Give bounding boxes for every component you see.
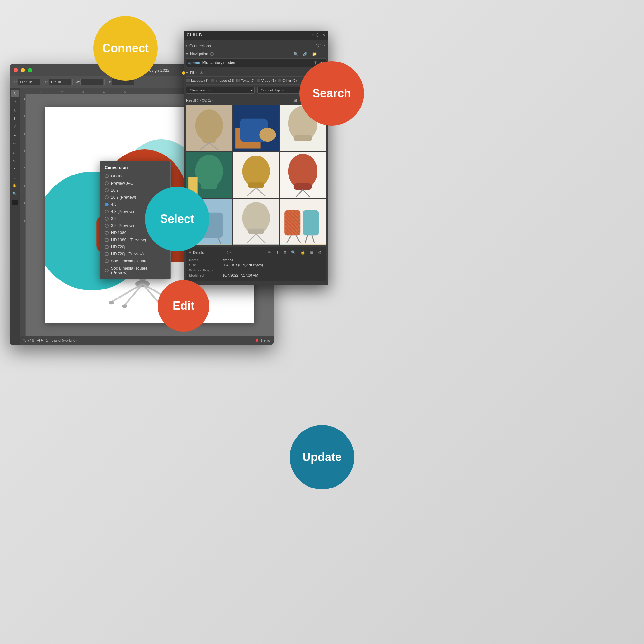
type-tool[interactable]: T — [11, 115, 19, 122]
checkbox-layouts-box[interactable] — [186, 79, 190, 82]
details-header: ▾ Details ⓘ ✏ ⬇ ⬆ 🔍 🔒 🗑 ⚙ — [189, 250, 323, 255]
nav-info: ⓘ — [210, 52, 214, 57]
radio-hd720-preview — [105, 252, 109, 256]
x-input[interactable] — [18, 79, 40, 85]
image-cell-9[interactable] — [280, 199, 326, 245]
checkbox-other[interactable]: Other (2) — [278, 79, 297, 82]
nav-folder-icon[interactable]: 📁 — [311, 51, 318, 57]
details-search-icon[interactable]: 🔍 — [290, 250, 297, 255]
ci-hub-panel: CI HUB ≡ ⬡ ✕ › Connections ⓘ 1 ✓ ▾ Navig… — [184, 31, 328, 285]
radio-hd1080-preview — [105, 238, 109, 242]
thumb-svg-1 — [186, 105, 232, 151]
conv-item-social[interactable]: Social media (square) — [100, 258, 170, 265]
detail-name-val: ampco — [223, 258, 323, 262]
search-input[interactable] — [202, 61, 312, 65]
ruler-vertical: 123456789 — [20, 94, 26, 336]
details-lock-icon[interactable]: 🔒 — [299, 250, 307, 255]
conv-label-4-3-preview: 4:3 (Preview) — [111, 209, 134, 214]
conv-label-3-2-preview: 3:2 (Preview) — [111, 223, 134, 228]
direct-select-tool[interactable]: ↗ — [11, 98, 19, 106]
checkbox-video[interactable]: Video (1) — [257, 79, 276, 82]
detail-dimensions-row: Width x Height — [189, 268, 323, 272]
filter-info: ⓘ — [200, 70, 203, 75]
select-tool[interactable]: ↖ — [11, 90, 19, 97]
line-tool[interactable]: ╱ — [11, 123, 19, 131]
radio-16-9-preview — [105, 195, 109, 199]
conv-label-16-9: 16:9 — [111, 188, 118, 193]
checkbox-texts-label: Texts (2) — [241, 79, 255, 82]
callout-select: Select — [145, 187, 209, 251]
thumb-svg-9 — [280, 199, 326, 245]
checkbox-texts[interactable]: Texts (2) — [236, 79, 255, 82]
nav-link-icon[interactable]: 🔗 — [301, 51, 309, 57]
svg-rect-25 — [294, 135, 312, 141]
image-cell-6[interactable] — [280, 152, 326, 198]
connections-label: Connections — [189, 44, 314, 48]
color-fill[interactable] — [12, 200, 18, 205]
checkbox-images-box[interactable] — [211, 79, 214, 82]
checkbox-images[interactable]: Images (24) — [211, 79, 234, 82]
checkbox-other-box[interactable] — [278, 79, 281, 82]
minimize-button[interactable] — [21, 68, 25, 72]
svg-point-31 — [242, 156, 270, 187]
conv-label-social: Social media (square) — [111, 259, 149, 263]
callout-search-text: Search — [312, 87, 351, 100]
navigation-expand[interactable]: ▾ — [186, 52, 188, 56]
ci-hub-controls: ≡ ⬡ ✕ — [311, 33, 325, 37]
w-input[interactable] — [81, 79, 103, 85]
radio-3-2 — [105, 217, 109, 221]
conv-item-hd720-preview[interactable]: HD 720p (Preview) — [100, 251, 170, 258]
rectangle-frame-tool[interactable]: ⬚ — [11, 148, 19, 156]
classification-dropdown[interactable]: Classification — [186, 87, 255, 94]
pen-tool[interactable]: ✒ — [11, 131, 19, 139]
w-label: W: — [75, 80, 80, 84]
y-input[interactable] — [49, 79, 71, 85]
hand-tool[interactable]: ✋ — [11, 182, 19, 189]
conv-label-social-preview: Social media (square) (Preview) — [111, 266, 166, 275]
scissors-tool[interactable]: ✂ — [11, 165, 19, 173]
details-delete-icon[interactable]: 🗑 — [308, 250, 315, 255]
details-upload-icon[interactable]: ⬆ — [282, 250, 288, 255]
gap-tool[interactable]: ⊞ — [11, 106, 19, 114]
checkbox-images-label: Images (24) — [215, 79, 234, 82]
conv-label-4-3: 4:3 — [111, 202, 117, 207]
pencil-tool[interactable]: ✏ — [11, 140, 19, 147]
checkbox-layouts[interactable]: Layouts (3) — [186, 79, 209, 82]
details-settings-icon[interactable]: ⚙ — [317, 250, 323, 255]
nav-search-icon[interactable]: 🔍 — [292, 51, 299, 57]
x-label: X: — [14, 80, 17, 84]
image-cell-1[interactable] — [186, 105, 232, 151]
detail-modified-row: Modified 10/4/2022, 7:17:10 AM — [189, 273, 323, 277]
nav-zoom-icon[interactable]: ⊕ — [320, 51, 326, 57]
zoom-tool[interactable]: 🔍 — [11, 190, 19, 198]
maximize-button[interactable] — [28, 68, 32, 72]
conv-item-preview-jpg[interactable]: Preview JPG — [100, 180, 170, 187]
rectangle-tool[interactable]: ▭ — [11, 156, 19, 164]
svg-line-6 — [111, 284, 143, 302]
conv-item-original[interactable]: Original — [100, 173, 170, 180]
checkbox-texts-box[interactable] — [236, 79, 240, 82]
checkbox-other-label: Other (2) — [282, 79, 297, 82]
details-expand[interactable]: ▾ — [189, 250, 191, 255]
details-download-icon[interactable]: ⬇ — [274, 250, 280, 255]
connect-dot — [182, 71, 185, 75]
close-button[interactable] — [14, 68, 18, 72]
view-icon-1[interactable]: ⊞ — [292, 98, 298, 103]
free-transform-tool[interactable]: ⊡ — [11, 173, 19, 181]
image-cell-5[interactable] — [233, 152, 279, 198]
ci-menu-icon[interactable]: ≡ — [311, 33, 314, 37]
ci-close-icon[interactable]: ✕ — [322, 33, 325, 37]
checkbox-video-box[interactable] — [257, 79, 260, 82]
callout-select-text: Select — [160, 212, 194, 226]
page-number: 1 — [46, 338, 48, 342]
svg-rect-37 — [294, 183, 312, 190]
ci-expand-icon[interactable]: ⬡ — [316, 33, 319, 37]
connections-expand[interactable]: › — [186, 44, 187, 48]
detail-modified-key: Modified — [189, 273, 221, 277]
detail-name-key: Name — [189, 258, 221, 262]
left-toolbar: ↖ ↗ ⊞ T ╱ ✒ ✏ ⬚ ▭ ✂ ⊡ ✋ 🔍 — [10, 88, 20, 345]
image-cell-2[interactable] — [233, 105, 279, 151]
image-cell-8[interactable] — [233, 199, 279, 245]
details-edit-icon[interactable]: ✏ — [267, 250, 272, 255]
conv-item-social-preview[interactable]: Social media (square) (Preview) — [100, 265, 170, 276]
